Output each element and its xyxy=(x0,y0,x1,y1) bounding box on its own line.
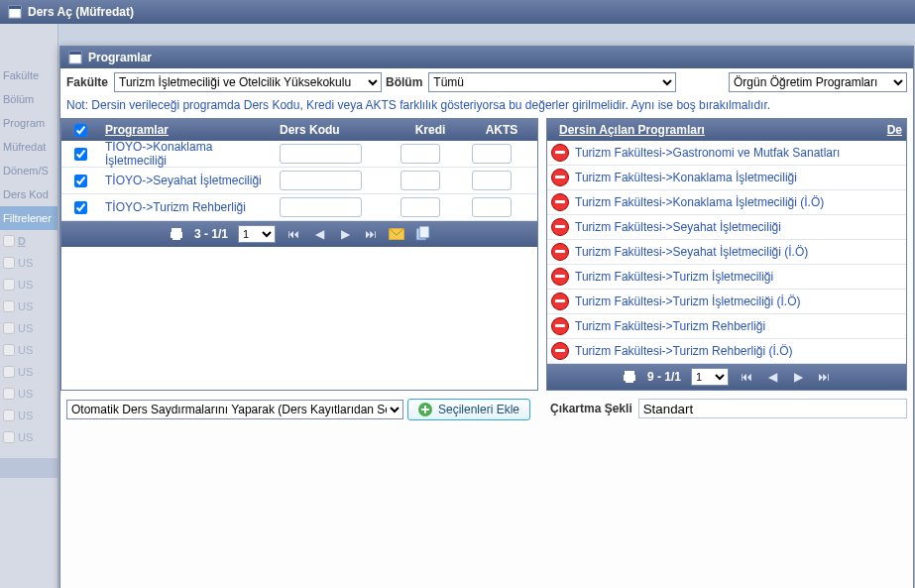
program-link[interactable]: Turizm Fakültesi->Turizm İşletmeciliği (… xyxy=(575,294,800,308)
table-row: Turizm Fakültesi->Gastronomi ve Mutfak S… xyxy=(547,141,906,166)
remove-icon[interactable] xyxy=(551,169,569,186)
sidebar-row: US xyxy=(0,361,57,383)
kredi-input[interactable] xyxy=(400,197,440,217)
sidebar: Fakülte Bölüm Program Müfredat Dönem/S D… xyxy=(0,24,58,588)
note-text: Not: Dersin verileceği programda Ders Ko… xyxy=(60,96,913,118)
svg-rect-3 xyxy=(69,52,81,55)
remove-icon[interactable] xyxy=(551,342,569,360)
ders-kodu-input[interactable] xyxy=(280,197,362,217)
fakulte-select[interactable]: Turizm İşletmeciliği ve Otelcilik Yüksek… xyxy=(114,72,382,92)
outer-window-title-text: Ders Aç (Müfredat) xyxy=(28,0,134,24)
svg-rect-4 xyxy=(172,228,181,232)
modal-title: Programlar xyxy=(60,47,913,68)
pager-label: 3 - 1/1 xyxy=(194,227,228,241)
export-icon[interactable] xyxy=(414,226,430,242)
bolum-label: Bölüm xyxy=(386,75,422,89)
col-action[interactable]: De xyxy=(881,123,906,137)
add-button-label: Seçilenleri Ekle xyxy=(438,403,519,416)
program-link[interactable]: Turizm Fakültesi->Turizm Rehberliği (İ.Ö… xyxy=(575,344,792,358)
sidebar-row: US xyxy=(0,252,57,274)
table-row: TİOYO->Konaklama İşletmeciliği xyxy=(61,141,537,168)
remove-icon[interactable] xyxy=(551,243,569,261)
akts-input[interactable] xyxy=(472,197,512,217)
svg-rect-9 xyxy=(419,226,429,238)
last-page-icon[interactable]: ⏭ xyxy=(816,369,832,385)
sidebar-label: Ders Kod xyxy=(0,182,57,206)
first-page-icon[interactable]: ⏮ xyxy=(739,369,754,385)
remove-icon[interactable] xyxy=(551,293,569,310)
print-icon[interactable] xyxy=(169,226,184,242)
prev-page-icon[interactable]: ◀ xyxy=(311,226,327,242)
cikartma-label: Çıkartma Şekli xyxy=(550,402,632,415)
table-row: Turizm Fakültesi->Turizm Rehberliği xyxy=(547,314,906,339)
programs-modal: Programlar Fakülte Turizm İşletmeciliği … xyxy=(59,46,914,588)
program-link[interactable]: Turizm Fakültesi->Turizm İşletmeciliği xyxy=(575,270,773,284)
program-link[interactable]: TİOYO->Konaklama İşletmeciliği xyxy=(105,140,212,168)
sidebar-row: US xyxy=(0,383,57,405)
table-row: Turizm Fakültesi->Konaklama İşletmeciliğ… xyxy=(547,166,906,190)
sidebar-label: Fakülte xyxy=(0,63,57,87)
svg-rect-12 xyxy=(626,379,633,383)
open-programs-table: Dersin Açılan Programları De Turizm Fakü… xyxy=(546,118,907,391)
table-row: Turizm Fakültesi->Seyahat İşletmeciliği … xyxy=(547,240,906,265)
akts-input[interactable] xyxy=(472,171,512,190)
first-page-icon[interactable]: ⏮ xyxy=(286,226,301,242)
select-all-checkbox[interactable] xyxy=(74,124,87,137)
program-link[interactable]: Turizm Fakültesi->Seyahat İşletmeciliği xyxy=(575,220,781,234)
sidebar-filter-label: Filtrelener xyxy=(0,206,57,230)
ders-kodu-input[interactable] xyxy=(280,171,362,190)
sidebar-row: US xyxy=(0,426,57,448)
sidebar-label: Program xyxy=(0,111,57,135)
ogretim-select[interactable]: Örgün Öğretim Programları xyxy=(729,72,907,92)
bolum-select[interactable]: Tümü xyxy=(428,72,676,92)
program-link[interactable]: TİOYO->Seyahat İşletmeciliği xyxy=(105,174,262,187)
sidebar-row: US xyxy=(0,339,57,361)
print-icon[interactable] xyxy=(622,369,637,385)
row-checkbox[interactable] xyxy=(74,148,87,161)
cikartma-area: Çıkartma Şekli xyxy=(544,391,913,426)
remove-icon[interactable] xyxy=(551,193,569,211)
program-link[interactable]: Turizm Fakültesi->Gastronomi ve Mutfak S… xyxy=(575,146,840,160)
last-page-icon[interactable]: ⏭ xyxy=(363,226,379,242)
table-row: Turizm Fakültesi->Turizm İşletmeciliği (… xyxy=(547,290,906,314)
page-select[interactable]: 1 xyxy=(238,225,276,243)
outer-window-title: Ders Aç (Müfredat) xyxy=(0,0,915,24)
program-link[interactable]: Turizm Fakültesi->Konaklama İşletmeciliğ… xyxy=(575,195,824,209)
next-page-icon[interactable]: ▶ xyxy=(337,226,353,242)
mail-icon[interactable] xyxy=(389,226,404,242)
add-action-area: Otomatik Ders Saydırmalarını Yaparak (De… xyxy=(60,391,544,428)
remove-icon[interactable] xyxy=(551,218,569,236)
window-icon xyxy=(8,5,22,19)
col-kredi: Kredi xyxy=(395,123,466,137)
prev-page-icon[interactable]: ◀ xyxy=(764,369,780,385)
row-checkbox[interactable] xyxy=(74,175,87,187)
ders-kodu-input[interactable] xyxy=(280,144,362,164)
program-link[interactable]: TİOYO->Turizm Rehberliği xyxy=(105,200,246,214)
table-row: TİOYO->Turizm Rehberliği xyxy=(61,194,537,221)
table-row: Turizm Fakültesi->Turizm İşletmeciliği xyxy=(547,265,906,290)
sidebar-row: US xyxy=(0,295,57,317)
svg-rect-10 xyxy=(625,371,634,375)
sidebar-label: Bölüm xyxy=(0,87,57,111)
kredi-input[interactable] xyxy=(400,144,440,164)
col-akts: AKTS xyxy=(466,123,537,137)
program-link[interactable]: Turizm Fakültesi->Turizm Rehberliği xyxy=(575,319,765,333)
remove-icon[interactable] xyxy=(551,317,569,335)
page-select[interactable]: 1 xyxy=(691,368,729,386)
cikartma-input[interactable] xyxy=(638,399,907,418)
saydirma-select[interactable]: Otomatik Ders Saydırmalarını Yaparak (De… xyxy=(66,400,403,419)
next-page-icon[interactable]: ▶ xyxy=(790,369,806,385)
akts-input[interactable] xyxy=(472,144,512,164)
row-checkbox[interactable] xyxy=(74,201,87,214)
fakulte-label: Fakülte xyxy=(66,75,108,89)
remove-icon[interactable] xyxy=(551,144,569,162)
pager-label: 9 - 1/1 xyxy=(647,370,681,384)
program-link[interactable]: Turizm Fakültesi->Konaklama İşletmeciliğ… xyxy=(575,171,797,184)
col-programlar[interactable]: Programlar xyxy=(99,123,274,137)
remove-icon[interactable] xyxy=(551,268,569,286)
col-dersin-acilan[interactable]: Dersin Açılan Programları xyxy=(553,123,711,137)
add-selected-button[interactable]: Seçilenleri Ekle xyxy=(407,399,530,420)
table-row: Turizm Fakültesi->Konaklama İşletmeciliğ… xyxy=(547,190,906,215)
kredi-input[interactable] xyxy=(400,171,440,190)
program-link[interactable]: Turizm Fakültesi->Seyahat İşletmeciliği … xyxy=(575,245,808,259)
